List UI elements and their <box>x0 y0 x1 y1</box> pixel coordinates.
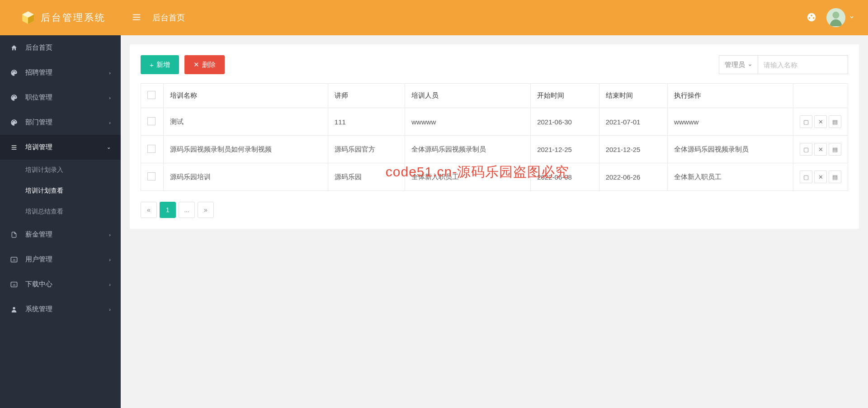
sub-item-4-2[interactable]: 培训总结查看 <box>0 201 121 222</box>
main: + 新增 ✕ 删除 管理员 <box>121 0 868 408</box>
header-right: 后台首页 <box>121 8 868 27</box>
cell-start: 2022-06-08 <box>531 163 599 191</box>
file-icon <box>10 231 18 238</box>
cell-end: 2021-07-01 <box>599 108 667 136</box>
detail-button[interactable]: ▤ <box>829 171 841 183</box>
table-row: 测试111wwwww2021-06-302021-07-01wwwww▢✕▤ <box>141 108 848 136</box>
cell-lecturer: 源码乐园 <box>328 163 405 191</box>
cell-end: 2022-06-26 <box>599 163 667 191</box>
nav-item-0[interactable]: 后台首页 <box>0 35 121 60</box>
col-header: 培训名称 <box>164 84 328 108</box>
table-row: 源码乐园视频录制员如何录制视频源码乐园官方全体源码乐园视频录制员2021-12-… <box>141 136 848 163</box>
nav-label: 后台首页 <box>25 43 111 52</box>
col-header: 讲师 <box>328 84 405 108</box>
chevron-down-icon <box>748 61 752 69</box>
nav-label: 培训管理 <box>25 143 99 152</box>
page-next[interactable]: » <box>198 202 214 218</box>
chevron-down-icon: ⌄ <box>107 144 111 150</box>
nav-label: 薪金管理 <box>25 230 102 239</box>
delete-button[interactable]: ✕ 删除 <box>184 55 225 74</box>
breadcrumb[interactable]: 后台首页 <box>152 12 185 23</box>
delete-row-button[interactable]: ✕ <box>814 115 827 128</box>
nav-item-6[interactable]: JS用户管理› <box>0 247 121 272</box>
edit-button[interactable]: ▢ <box>800 143 812 156</box>
sub-item-4-0[interactable]: 培训计划录入 <box>0 160 121 180</box>
button-group: + 新增 ✕ 删除 <box>141 55 225 74</box>
user-icon <box>10 306 18 313</box>
cell-end: 2021-12-25 <box>599 136 667 163</box>
logo-area[interactable]: 后台管理系统 <box>0 0 121 35</box>
home-icon <box>10 44 18 52</box>
cell-trainees: 全体新入职员工 <box>405 163 531 191</box>
nav-label: 下载中心 <box>25 280 102 289</box>
page-1[interactable]: 1 <box>160 202 176 218</box>
cell-action: 全体新入职员工 <box>668 163 793 191</box>
list-icon <box>10 144 18 151</box>
sidebar: 后台首页招聘管理›职位管理›部门管理›培训管理⌄培训计划录入培训计划查看培训总结… <box>0 0 121 408</box>
row-checkbox[interactable] <box>147 172 156 180</box>
col-header: 执行操作 <box>668 84 793 108</box>
cell-trainees: wwwww <box>405 108 531 136</box>
logo-text: 后台管理系统 <box>41 11 106 24</box>
plus-icon: + <box>150 61 154 69</box>
sub-item-4-1[interactable]: 培训计划查看 <box>0 180 121 201</box>
filter-select[interactable]: 管理员 <box>719 55 758 74</box>
menu-toggle-icon[interactable] <box>132 12 142 24</box>
nav-item-8[interactable]: 系统管理› <box>0 297 121 322</box>
cell-trainees: 全体源码乐园视频录制员 <box>405 136 531 163</box>
svg-point-6 <box>832 12 839 19</box>
col-header: 培训人员 <box>405 84 531 108</box>
nav-item-5[interactable]: 薪金管理› <box>0 222 121 247</box>
search-input[interactable] <box>758 55 848 74</box>
cell-name: 源码乐园视频录制员如何录制视频 <box>164 136 328 163</box>
nav-item-1[interactable]: 招聘管理› <box>0 60 121 85</box>
header-icons <box>807 8 854 27</box>
nav-label: 部门管理 <box>25 118 102 127</box>
detail-button[interactable]: ▤ <box>829 115 841 128</box>
palette-icon <box>10 119 18 126</box>
js-icon: JS <box>10 281 18 288</box>
theme-icon[interactable] <box>807 12 816 24</box>
nav-item-3[interactable]: 部门管理› <box>0 110 121 135</box>
cell-lecturer: 源码乐园官方 <box>328 136 405 163</box>
select-all-checkbox[interactable] <box>147 91 156 99</box>
delete-row-button[interactable]: ✕ <box>814 143 827 156</box>
row-checkbox[interactable] <box>147 117 156 125</box>
chevron-right-icon: › <box>109 120 111 125</box>
nav-item-4[interactable]: 培训管理⌄ <box>0 135 121 160</box>
pagination: « 1 ... » <box>141 202 848 218</box>
chevron-right-icon: › <box>109 95 111 100</box>
nav-label: 职位管理 <box>25 93 102 102</box>
detail-button[interactable]: ▤ <box>829 143 841 156</box>
edit-button[interactable]: ▢ <box>800 171 812 183</box>
data-table: 培训名称讲师培训人员开始时间结束时间执行操作 测试111wwwww2021-06… <box>141 83 848 191</box>
delete-row-button[interactable]: ✕ <box>814 171 827 183</box>
page-prev[interactable]: « <box>141 202 157 218</box>
cell-action: 全体源码乐园视频录制员 <box>668 136 793 163</box>
logo-cube-icon <box>21 10 35 25</box>
cell-name: 源码乐园培训 <box>164 163 328 191</box>
nav-item-7[interactable]: JS下载中心› <box>0 272 121 297</box>
page-ellipsis[interactable]: ... <box>179 202 195 218</box>
row-checkbox[interactable] <box>147 145 156 153</box>
avatar <box>826 8 845 27</box>
edit-button[interactable]: ▢ <box>800 115 812 128</box>
filter-group: 管理员 <box>719 55 848 74</box>
chevron-right-icon: › <box>109 70 111 76</box>
chevron-right-icon: › <box>109 257 111 262</box>
nav-label: 系统管理 <box>25 305 102 313</box>
palette-icon <box>10 94 18 101</box>
user-menu[interactable] <box>826 8 854 27</box>
content-card: + 新增 ✕ 删除 管理员 <box>130 44 859 229</box>
chevron-right-icon: › <box>109 282 111 287</box>
svg-text:JS: JS <box>13 258 16 261</box>
add-button[interactable]: + 新增 <box>141 55 179 74</box>
cell-start: 2021-12-25 <box>531 136 599 163</box>
cell-name: 测试 <box>164 108 328 136</box>
nav-label: 招聘管理 <box>25 68 102 77</box>
chevron-right-icon: › <box>109 232 111 237</box>
header: 后台管理系统 后台首页 <box>0 0 868 35</box>
nav-item-2[interactable]: 职位管理› <box>0 85 121 110</box>
cell-start: 2021-06-30 <box>531 108 599 136</box>
col-header: 结束时间 <box>599 84 667 108</box>
